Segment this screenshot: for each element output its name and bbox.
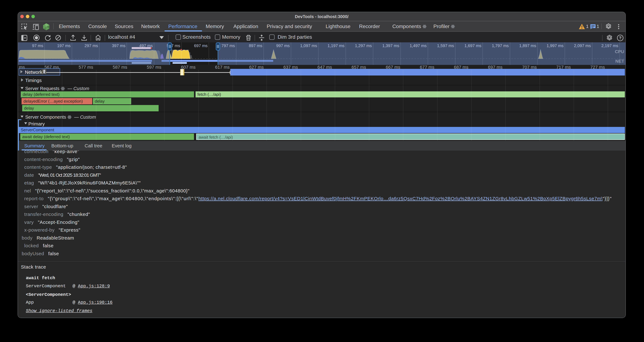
svg-text:2,197 ms: 2,197 ms <box>601 43 618 48</box>
svg-text:497 ms: 497 ms <box>139 43 153 48</box>
svg-text:397 ms: 397 ms <box>112 43 125 48</box>
svg-text:1,997 ms: 1,997 ms <box>546 43 564 48</box>
svg-text:1,897 ms: 1,897 ms <box>519 43 536 48</box>
svg-text:1,497 ms: 1,497 ms <box>410 43 426 48</box>
svg-text:797 ms: 797 ms <box>222 43 235 48</box>
svg-text:1,097 ms: 1,097 ms <box>300 43 317 48</box>
svg-text:297 ms: 297 ms <box>84 43 98 48</box>
svg-text:897 ms: 897 ms <box>249 43 262 48</box>
svg-text:1,597 ms: 1,597 ms <box>437 43 454 48</box>
svg-text:697 ms: 697 ms <box>194 43 208 48</box>
svg-text:197 ms: 197 ms <box>57 43 71 48</box>
svg-text:997 ms: 997 ms <box>276 43 290 48</box>
svg-text:?: ? <box>619 36 622 40</box>
svg-text:NET: NET <box>615 59 624 64</box>
svg-text:97 ms: 97 ms <box>32 43 43 48</box>
svg-text:2,097 ms: 2,097 ms <box>574 43 591 48</box>
svg-text:CPU: CPU <box>615 49 624 54</box>
svg-text:1,797 ms: 1,797 ms <box>492 43 509 48</box>
svg-text:1,397 ms: 1,397 ms <box>382 43 399 48</box>
svg-text:1,197 ms: 1,197 ms <box>328 43 344 48</box>
svg-text:1,697 ms: 1,697 ms <box>464 43 482 48</box>
svg-text:1,297 ms: 1,297 ms <box>355 43 372 48</box>
